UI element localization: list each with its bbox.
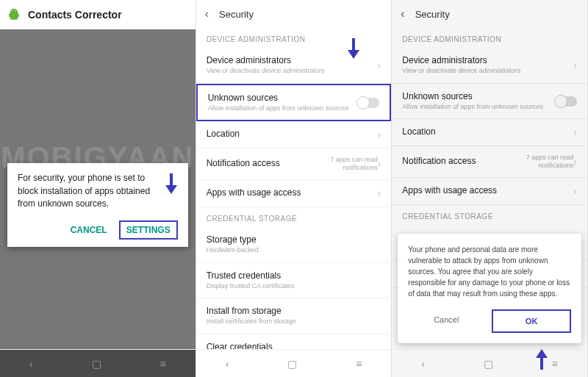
- annotation-arrow: [163, 172, 179, 194]
- annotation-arrow: [345, 37, 362, 59]
- svg-point-3: [15, 10, 17, 12]
- block-install-dialog: For security, your phone is set to block…: [7, 163, 188, 247]
- nav-recent-icon[interactable]: ≡: [356, 358, 362, 370]
- settings-button[interactable]: SETTINGS: [119, 220, 178, 240]
- chevron-right-icon: ›: [378, 129, 381, 140]
- nav-bar: ‹ ▢ ≡: [392, 349, 587, 377]
- row-device-admin[interactable]: Device administratorsView or deactivate …: [196, 48, 392, 84]
- chevron-right-icon: ›: [573, 126, 577, 138]
- row-trusted-credentials[interactable]: Trusted credentialsDisplay trusted CA ce…: [196, 263, 392, 299]
- title-bar: ‹ Security: [392, 0, 587, 28]
- page-title: Security: [415, 9, 450, 20]
- nav-home-icon[interactable]: ▢: [287, 358, 297, 370]
- cancel-button[interactable]: Cancel: [408, 309, 484, 333]
- row-install-storage[interactable]: Install from storageInstall certificates…: [196, 298, 392, 334]
- section-header: DEVICE ADMINISTRATION: [392, 28, 587, 48]
- row-location[interactable]: Location ›: [196, 121, 392, 148]
- toggle-off[interactable]: [357, 98, 379, 108]
- row-usage-access[interactable]: Apps with usage access ›: [392, 178, 587, 205]
- row-device-admin[interactable]: Device administratorsView or deactivate …: [392, 48, 587, 84]
- app-title: Contacts Corrector: [28, 9, 122, 21]
- nav-bar: ‹ ▢ ≡: [196, 349, 392, 377]
- nav-bar: ‹ ▢ ≡: [0, 349, 196, 377]
- android-icon: [7, 8, 21, 21]
- nav-back-icon[interactable]: ‹: [421, 358, 425, 370]
- section-header: DEVICE ADMINISTRATION: [196, 28, 392, 48]
- annotation-arrow: [534, 349, 550, 371]
- app-header: Contacts Corrector: [0, 0, 196, 29]
- nav-home-icon[interactable]: ▢: [92, 358, 101, 370]
- chevron-right-icon: ›: [573, 60, 577, 71]
- dialog-message: For security, your phone is set to block…: [18, 172, 178, 210]
- chevron-right-icon: ›: [378, 60, 381, 71]
- row-usage-access[interactable]: Apps with usage access ›: [196, 180, 392, 207]
- ok-button[interactable]: OK: [492, 309, 571, 333]
- chevron-right-icon: ›: [573, 156, 577, 168]
- svg-point-2: [12, 10, 13, 12]
- chevron-right-icon: ›: [573, 185, 577, 197]
- row-storage-type[interactable]: Storage typeHardware-backed: [196, 227, 392, 263]
- row-clear-credentials[interactable]: Clear credentialsRemove all certificates: [196, 334, 392, 349]
- section-header: CREDENTIAL STORAGE: [196, 207, 392, 227]
- row-unknown-sources[interactable]: Unknown sourcesAllow installation of app…: [196, 84, 392, 122]
- nav-back-icon[interactable]: ‹: [29, 358, 33, 370]
- nav-home-icon[interactable]: ▢: [484, 358, 493, 370]
- cancel-button[interactable]: CANCEL: [71, 225, 107, 235]
- back-icon[interactable]: ‹: [205, 7, 209, 21]
- toggle-off[interactable]: [555, 96, 577, 107]
- nav-back-icon[interactable]: ‹: [226, 358, 229, 370]
- title-bar: ‹ Security: [196, 0, 392, 28]
- row-notification-access[interactable]: Notification access 7 apps can read noti…: [196, 148, 392, 180]
- row-notification-access[interactable]: Notification access 7 apps can read noti…: [392, 146, 587, 178]
- confirm-dialog: Your phone and personal data are more vu…: [398, 234, 581, 343]
- back-icon[interactable]: ‹: [401, 7, 404, 21]
- chevron-right-icon: ›: [378, 158, 381, 170]
- nav-recent-icon[interactable]: ≡: [160, 358, 166, 370]
- row-unknown-sources[interactable]: Unknown sourcesAllow installation of app…: [392, 84, 587, 120]
- nav-recent-icon[interactable]: ≡: [552, 358, 558, 370]
- row-location[interactable]: Location ›: [392, 119, 587, 146]
- page-title: Security: [219, 9, 254, 20]
- dimmed-background: MOBIGYAAN For security, your phone is se…: [0, 29, 196, 349]
- dialog-message: Your phone and personal data are more vu…: [408, 244, 571, 299]
- chevron-right-icon: ›: [378, 187, 381, 199]
- section-header: CREDENTIAL STORAGE: [392, 205, 587, 225]
